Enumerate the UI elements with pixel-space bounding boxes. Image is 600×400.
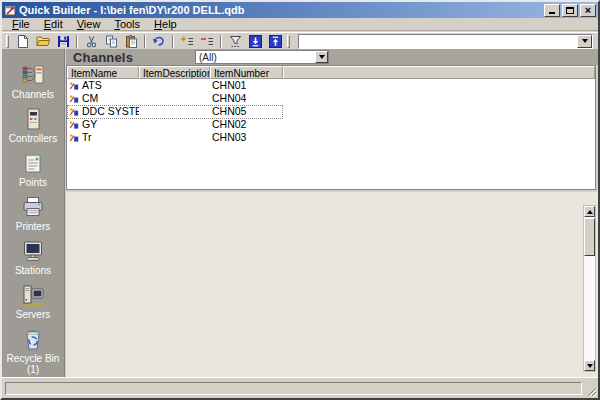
- paste-clipboard-icon: [125, 35, 138, 48]
- sidebar-item-points[interactable]: Points: [2, 150, 64, 194]
- sidebar-item-controllers[interactable]: Controllers: [2, 106, 64, 150]
- channel-item-icon: [69, 120, 79, 130]
- add-item-icon: [180, 35, 194, 48]
- sidebar: Channels Controllers Points Printers Sta…: [2, 49, 65, 377]
- table-row[interactable]: DDC SYSTEMCHN05: [67, 105, 595, 118]
- menu-tools[interactable]: Tools: [107, 18, 147, 31]
- filter-button[interactable]: [225, 33, 245, 49]
- controllers-icon: [20, 106, 46, 132]
- printers-icon: [20, 194, 46, 220]
- toolbar-separator: [220, 35, 222, 48]
- remove-item-icon: [200, 35, 214, 48]
- menu-edit[interactable]: Edit: [37, 18, 70, 31]
- maximize-button[interactable]: [562, 4, 578, 17]
- paste-button[interactable]: [121, 33, 141, 49]
- scrollbar-thumb[interactable]: [584, 218, 595, 256]
- scrollbar-up-button[interactable]: [584, 206, 595, 217]
- item-name: ATS: [82, 79, 102, 92]
- column-header-itemnumber[interactable]: ItemNumber: [210, 66, 283, 79]
- save-button[interactable]: [53, 33, 73, 49]
- upload-icon: [269, 35, 282, 48]
- toolbar-separator: [144, 35, 146, 48]
- item-number: CHN03: [210, 131, 283, 144]
- cut-scissors-icon: [85, 35, 98, 48]
- item-name: DDC SYSTEM: [82, 105, 139, 118]
- close-icon: ×: [585, 6, 591, 15]
- close-button[interactable]: ×: [580, 4, 596, 17]
- stations-icon: [20, 238, 46, 264]
- table-row[interactable]: CMCHN04: [67, 92, 595, 105]
- menu-bar: FileEditViewToolsHelp: [2, 18, 598, 31]
- sidebar-item-label: Recycle Bin: [7, 353, 60, 364]
- download-button[interactable]: [245, 33, 265, 49]
- item-number: CHN01: [210, 79, 283, 92]
- sidebar-item-label: Servers: [16, 309, 50, 320]
- lower-panel: [66, 192, 598, 377]
- item-number: CHN04: [210, 92, 283, 105]
- menu-file[interactable]: File: [5, 18, 37, 31]
- minimize-button[interactable]: [544, 4, 560, 17]
- toolbar-combo-dropdown-button[interactable]: [577, 35, 592, 48]
- table-row[interactable]: GYCHN02: [67, 118, 595, 131]
- title-bar[interactable]: Quick Builder - I:\bei fen\DY\r200 DELL.…: [2, 2, 598, 18]
- quick-builder-window: Quick Builder - I:\bei fen\DY\r200 DELL.…: [0, 0, 600, 400]
- new-file-icon: [17, 35, 29, 48]
- channel-item-icon: [69, 81, 79, 91]
- sidebar-item-channels[interactable]: Channels: [2, 62, 64, 106]
- sidebar-item-servers[interactable]: Servers: [2, 282, 64, 326]
- menu-help[interactable]: Help: [147, 18, 184, 31]
- item-name: GY: [82, 118, 97, 131]
- item-description: [139, 131, 210, 144]
- minimize-icon: [549, 12, 555, 14]
- item-description: [139, 79, 210, 92]
- toolbar: [2, 32, 598, 49]
- channel-item-icon: [69, 94, 79, 104]
- upload-button[interactable]: [265, 33, 285, 49]
- copy-button[interactable]: [101, 33, 121, 49]
- scrollbar-down-button[interactable]: [584, 360, 595, 371]
- column-header-itemdescription[interactable]: ItemDescription: [139, 66, 210, 79]
- sidebar-item-printers[interactable]: Printers: [2, 194, 64, 238]
- cut-button[interactable]: [81, 33, 101, 49]
- channel-item-icon: [69, 107, 79, 117]
- sidebar-item-recycle-bin[interactable]: Recycle Bin (1): [2, 326, 64, 377]
- chevron-down-icon: [587, 364, 593, 368]
- menu-view[interactable]: View: [70, 18, 108, 31]
- servers-icon: [20, 282, 46, 308]
- item-number: CHN05: [210, 105, 283, 118]
- column-header-itemname[interactable]: ItemName: [67, 66, 139, 79]
- column-header-empty: [283, 66, 595, 79]
- maximize-icon: [566, 7, 574, 14]
- item-name: CM: [82, 92, 98, 105]
- table-row[interactable]: TrCHN03: [67, 131, 595, 144]
- vertical-scrollbar[interactable]: [583, 205, 596, 372]
- copy-icon: [105, 35, 118, 48]
- filter-combobox[interactable]: (All): [195, 50, 329, 64]
- sidebar-item-label: Printers: [16, 221, 50, 232]
- status-bar: [2, 377, 598, 398]
- item-description: [139, 118, 210, 131]
- channels-icon: [20, 62, 46, 88]
- toolbar-grip[interactable]: [287, 35, 290, 48]
- content-area: Channels (All) ItemName ItemDescription …: [66, 49, 598, 377]
- toolbar-grip[interactable]: [6, 35, 9, 48]
- save-floppy-icon: [57, 35, 70, 48]
- remove-item-button[interactable]: [197, 33, 217, 49]
- new-button[interactable]: [13, 33, 33, 49]
- table-row[interactable]: ATSCHN01: [67, 79, 595, 92]
- resize-grip-icon[interactable]: [585, 385, 597, 397]
- undo-button[interactable]: [149, 33, 169, 49]
- sidebar-item-stations[interactable]: Stations: [2, 238, 64, 282]
- toolbar-combobox[interactable]: [298, 34, 593, 49]
- app-icon: [4, 4, 16, 16]
- table-rows: ATSCHN01CMCHN04DDC SYSTEMCHN05GYCHN02TrC…: [67, 79, 595, 144]
- channels-list-panel: ItemName ItemDescription ItemNumber ATSC…: [66, 65, 596, 190]
- item-number: CHN02: [210, 118, 283, 131]
- sidebar-item-label: Controllers: [9, 133, 57, 144]
- chevron-down-icon: [582, 39, 588, 43]
- open-button[interactable]: [33, 33, 53, 49]
- view-title: Channels: [73, 50, 133, 65]
- add-item-button[interactable]: [177, 33, 197, 49]
- filter-dropdown-button[interactable]: [315, 51, 328, 63]
- filter-funnel-icon: [229, 35, 242, 48]
